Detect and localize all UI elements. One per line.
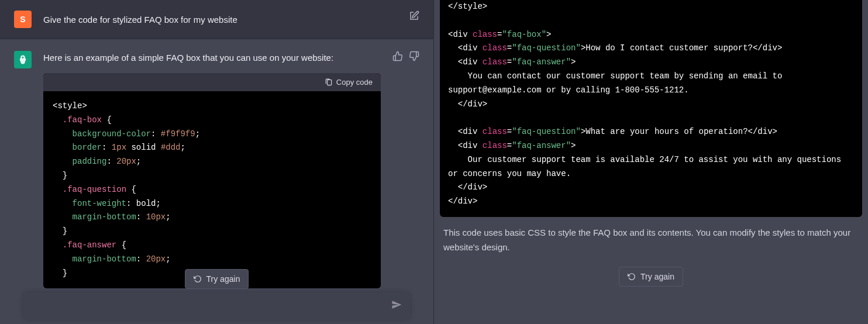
code-block: Copy code <style> .faq-box { background-…: [43, 73, 381, 288]
assistant-avatar: [14, 51, 32, 68]
chat-input[interactable]: [32, 301, 391, 311]
code-header: Copy code: [43, 73, 381, 91]
thumbs-down-icon[interactable]: [409, 51, 419, 61]
try-again-button[interactable]: Try again: [619, 267, 683, 287]
clipboard-icon: [325, 78, 333, 87]
assistant-description: This code uses basic CSS to style the FA…: [434, 225, 868, 255]
code-content-left: <style> .faq-box { background-color: #f9…: [43, 91, 381, 288]
user-avatar: S: [14, 11, 32, 28]
try-again-label: Try again: [206, 274, 240, 284]
refresh-icon: [194, 275, 202, 283]
thumbs-up-icon[interactable]: [392, 51, 403, 61]
edit-icon[interactable]: [409, 11, 419, 21]
send-icon: [391, 299, 402, 310]
try-again-button[interactable]: Try again: [185, 269, 249, 289]
copy-code-button[interactable]: Copy code: [325, 78, 373, 87]
chat-input-bar: [23, 292, 410, 319]
copy-code-label: Copy code: [336, 78, 373, 87]
refresh-icon: [628, 273, 636, 281]
send-button[interactable]: [391, 299, 402, 312]
try-again-label: Try again: [640, 272, 674, 281]
user-prompt-text: Give the code for stylized FAQ box for m…: [43, 11, 397, 27]
svg-rect-0: [328, 80, 332, 85]
code-content-right: </style> <div class="faq-box"> <div clas…: [440, 0, 862, 217]
user-message-row: S Give the code for stylized FAQ box for…: [0, 0, 433, 39]
assistant-intro-text: Here is an example of a simple FAQ box t…: [43, 51, 381, 65]
